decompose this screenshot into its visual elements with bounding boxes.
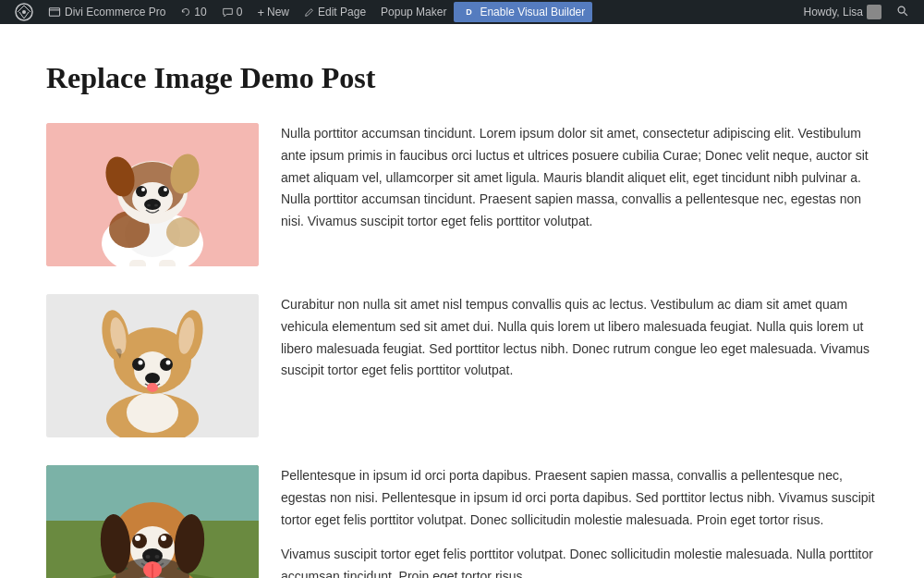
comments-button[interactable]: 0 bbox=[214, 0, 250, 24]
block-2-text: Curabitur non nulla sit amet nisl tempus… bbox=[281, 294, 878, 382]
svg-point-52 bbox=[158, 534, 173, 548]
svg-point-20 bbox=[147, 204, 151, 207]
svg-point-18 bbox=[164, 188, 167, 191]
block-1-para-1: Nulla porttitor accumsan tincidunt. Lore… bbox=[281, 123, 878, 233]
site-name-button[interactable]: Divi Ecommerce Pro bbox=[41, 0, 173, 24]
dog3-svg bbox=[46, 465, 259, 578]
svg-point-26 bbox=[127, 392, 178, 433]
svg-point-34 bbox=[160, 358, 173, 371]
divi-logo-icon: D bbox=[461, 5, 476, 19]
svg-point-37 bbox=[145, 373, 160, 384]
new-content-button[interactable]: + New bbox=[249, 0, 297, 24]
edit-page-button[interactable]: Edit Page bbox=[297, 0, 373, 24]
dog1-svg bbox=[46, 123, 259, 266]
user-avatar bbox=[867, 5, 881, 19]
svg-point-54 bbox=[161, 535, 166, 541]
enable-visual-builder-button[interactable]: D Enable Visual Builder bbox=[454, 2, 592, 22]
admin-search-button[interactable] bbox=[889, 5, 917, 20]
svg-rect-22 bbox=[129, 260, 146, 266]
svg-point-19 bbox=[144, 199, 161, 210]
svg-point-16 bbox=[158, 186, 169, 197]
svg-point-53 bbox=[135, 535, 140, 541]
dog2-svg bbox=[46, 294, 259, 437]
svg-point-36 bbox=[166, 361, 171, 365]
new-label: New bbox=[267, 6, 289, 18]
dog-image-3 bbox=[46, 465, 259, 578]
svg-rect-40 bbox=[163, 433, 177, 437]
svg-point-9 bbox=[166, 217, 200, 247]
howdy-label: Howdy, Lisa bbox=[804, 6, 863, 18]
revisions-count: 10 bbox=[194, 6, 206, 18]
popup-maker-button[interactable]: Popup Maker bbox=[373, 0, 454, 24]
block-3-para-1: Pellentesque in ipsum id orci porta dapi… bbox=[281, 465, 878, 531]
svg-rect-2 bbox=[49, 8, 59, 16]
user-menu-button[interactable]: Howdy, Lisa bbox=[796, 0, 889, 24]
svg-point-55 bbox=[142, 548, 163, 563]
page-title: Replace Image Demo Post bbox=[46, 61, 878, 95]
evb-label: Enable Visual Builder bbox=[480, 6, 585, 18]
svg-point-21 bbox=[154, 204, 158, 207]
svg-point-35 bbox=[139, 361, 143, 365]
svg-point-1 bbox=[22, 10, 26, 14]
svg-rect-39 bbox=[128, 433, 142, 437]
svg-line-4 bbox=[904, 12, 907, 16]
svg-point-38 bbox=[147, 383, 158, 392]
svg-point-33 bbox=[132, 358, 145, 371]
admin-bar: Divi Ecommerce Pro 10 0 + New Edit Page … bbox=[0, 0, 924, 24]
wp-logo-button[interactable] bbox=[7, 0, 41, 24]
content-block-2: Curabitur non nulla sit amet nisl tempus… bbox=[46, 294, 878, 437]
edit-page-label: Edit Page bbox=[318, 6, 366, 18]
content-block-1: Nulla porttitor accumsan tincidunt. Lore… bbox=[46, 123, 878, 266]
popup-maker-label: Popup Maker bbox=[381, 6, 446, 18]
site-name-label: Divi Ecommerce Pro bbox=[65, 6, 165, 18]
revisions-button[interactable]: 10 bbox=[173, 0, 213, 24]
svg-point-3 bbox=[898, 6, 905, 13]
page-content: Replace Image Demo Post bbox=[0, 24, 924, 578]
block-3-text: Pellentesque in ipsum id orci porta dapi… bbox=[281, 465, 878, 578]
svg-point-17 bbox=[141, 188, 145, 191]
svg-point-57 bbox=[155, 555, 160, 559]
block-2-para-1: Curabitur non nulla sit amet nisl tempus… bbox=[281, 294, 878, 382]
block-3-para-2: Vivamus suscipit tortor eget felis portt… bbox=[281, 544, 878, 578]
svg-point-15 bbox=[136, 186, 147, 197]
svg-point-51 bbox=[132, 534, 147, 548]
svg-point-56 bbox=[146, 555, 151, 559]
content-block-3: Pellentesque in ipsum id orci porta dapi… bbox=[46, 465, 878, 578]
dog-image-1 bbox=[46, 123, 259, 266]
block-1-text: Nulla porttitor accumsan tincidunt. Lore… bbox=[281, 123, 878, 233]
comments-count: 0 bbox=[237, 6, 243, 18]
svg-rect-23 bbox=[159, 260, 176, 266]
plus-icon: + bbox=[257, 6, 264, 19]
dog-image-2 bbox=[46, 294, 259, 437]
